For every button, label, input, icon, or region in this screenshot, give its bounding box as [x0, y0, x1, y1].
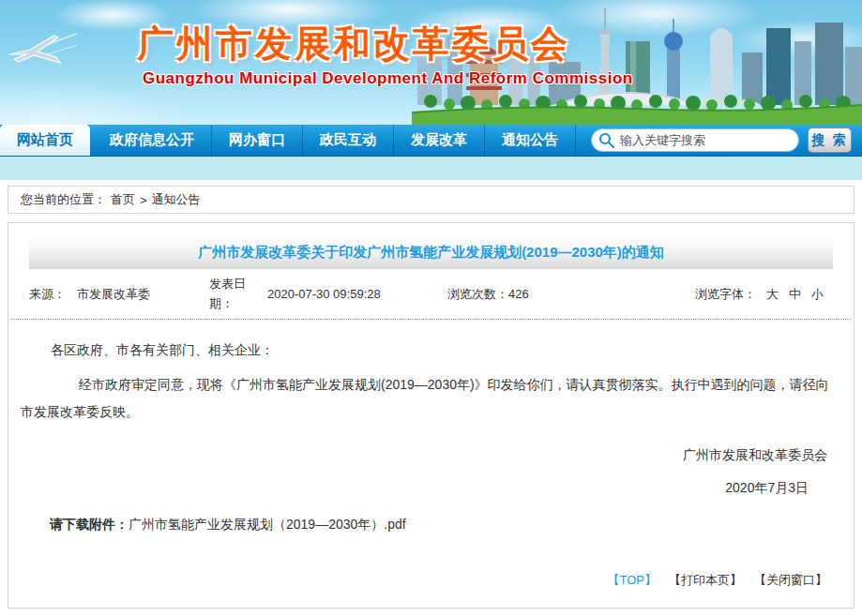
attachment-row: 请下载附件：广州市氢能产业发展规划（2019—2030年）.pdf [8, 517, 854, 533]
search-box [591, 128, 799, 152]
print-page-link[interactable]: 【打印本页】 [669, 572, 742, 589]
meta-date-value: 2020-07-30 09:59:28 [267, 287, 447, 301]
article-title: 广州市发展改革委关于印发广州市氢能产业发展规划(2019—2030年)的通知 [198, 244, 664, 262]
nav-tab-interaction[interactable]: 政民互动 [303, 125, 394, 156]
font-size-medium[interactable]: 中 [789, 286, 801, 303]
meta-date-label: 发表日期： [209, 275, 251, 312]
nav-tab-development-reform[interactable]: 发展改革 [394, 125, 485, 156]
nav-tab-home[interactable]: 网站首页 [0, 125, 90, 156]
airplane-icon [4, 28, 77, 86]
breadcrumb-prefix: 您当前的位置： [21, 191, 106, 208]
site-title: 广州市发展和改革委员会 [137, 19, 570, 69]
meta-source-value: 市发展改革委 [77, 287, 150, 301]
article-signature: 广州市发展和改革委员会 [8, 447, 854, 464]
font-size-small[interactable]: 小 [811, 286, 824, 303]
search-icon [598, 132, 614, 148]
meta-views: 浏览次数：426 [447, 286, 687, 303]
article-meta-row: 来源：市发展改革委 发表日期： 2020-07-30 09:59:28 浏览次数… [10, 269, 852, 320]
meta-views-label: 浏览次数： [447, 287, 508, 301]
breadcrumb-separator: > [140, 193, 147, 207]
attachment-file-link[interactable]: 广州市氢能产业发展规划（2019—2030年）.pdf [129, 517, 406, 532]
meta-source-label: 来源： [29, 287, 66, 301]
site-banner: 广州市发展和改革委员会 Guangzhou Municipal Developm… [0, 0, 862, 125]
article-footer-links: 【TOP】 【打印本页】 【关闭窗口】 [608, 572, 828, 589]
nav-tab-notices[interactable]: 通知公告 [485, 125, 576, 156]
search-button[interactable]: 搜 索 [808, 128, 852, 153]
nav-tab-gov-info[interactable]: 政府信息公开 [93, 125, 212, 156]
meta-font-size-controls: 浏览字体： 大 中 小 [695, 286, 852, 303]
close-window-link[interactable]: 【关闭窗口】 [754, 572, 827, 589]
breadcrumb: 您当前的位置： 首页 > 通知公告 [8, 186, 854, 214]
meta-views-value: 426 [508, 287, 529, 301]
paragraph-salutation: 各区政府、市各有关部门、相关企业： [22, 342, 840, 359]
nav-tab-online-window[interactable]: 网办窗口 [212, 125, 303, 156]
article-sign-date: 2020年7月3日 [8, 480, 854, 497]
nav-lower-strip [0, 157, 862, 180]
site-subtitle-english: Guangzhou Municipal Development And Refo… [143, 69, 633, 88]
search-area: 搜 索 [591, 125, 862, 156]
breadcrumb-home-link[interactable]: 首页 [111, 191, 135, 208]
meta-font-label: 浏览字体： [695, 286, 756, 303]
search-input[interactable] [591, 128, 799, 152]
paragraph-body: 经市政府审定同意，现将《广州市氢能产业发展规划(2019—2030年)》印发给你… [21, 371, 841, 425]
meta-source: 来源：市发展改革委 [10, 286, 209, 303]
attachment-label: 请下载附件： [50, 517, 129, 532]
top-link[interactable]: 【TOP】 [608, 572, 658, 589]
font-size-large[interactable]: 大 [766, 286, 779, 303]
article-body: 各区政府、市各有关部门、相关企业： 经市政府审定同意，现将《广州市氢能产业发展规… [8, 342, 854, 533]
breadcrumb-current[interactable]: 通知公告 [152, 191, 201, 208]
article-title-bar: 广州市发展改革委关于印发广州市氢能产业发展规划(2019—2030年)的通知 [29, 235, 833, 269]
article-container: 广州市发展改革委关于印发广州市氢能产业发展规划(2019—2030年)的通知 来… [8, 222, 854, 608]
main-navigation: 网站首页 政府信息公开 网办窗口 政民互动 发展改革 通知公告 搜 索 [0, 125, 862, 157]
meta-date-label-cell: 发表日期： [209, 275, 267, 312]
